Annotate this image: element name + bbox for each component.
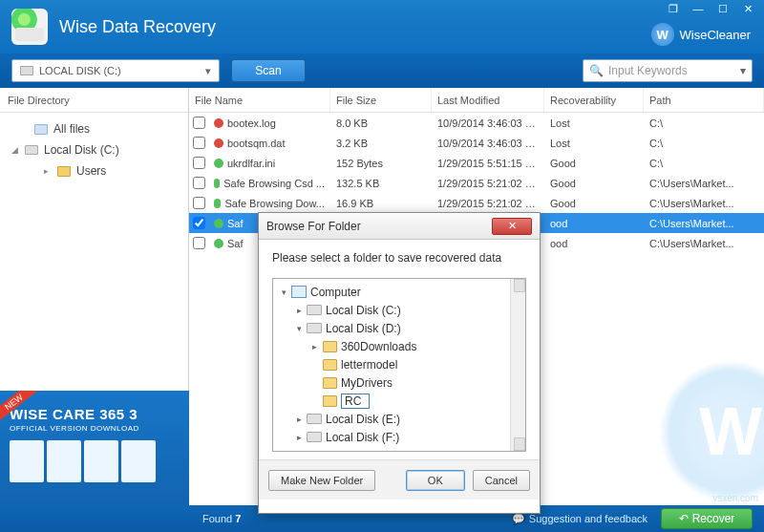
file-path-cell: C:\Users\Market...: [644, 238, 764, 249]
undo-icon: ↶: [679, 512, 689, 525]
expand-icon[interactable]: ▾: [279, 287, 289, 297]
row-checkbox[interactable]: [189, 137, 208, 149]
brand-badge-icon: W: [651, 23, 674, 46]
col-modified[interactable]: Last Modified: [432, 88, 544, 112]
window-close-button[interactable]: ✕: [737, 2, 758, 17]
chevron-down-icon: ▾: [205, 65, 211, 77]
collapse-icon[interactable]: ◢: [11, 145, 21, 155]
row-checkbox[interactable]: [189, 237, 208, 249]
window-popout-button[interactable]: ❐: [663, 2, 684, 17]
row-checkbox[interactable]: [189, 177, 208, 189]
file-name-cell: Safe Browsing Dow...: [208, 198, 330, 209]
dialog-titlebar[interactable]: Browse For Folder ✕: [259, 213, 540, 240]
dialog-close-button[interactable]: ✕: [492, 218, 532, 235]
folder-icon: [322, 340, 337, 353]
file-recoverability-cell: Good: [544, 178, 644, 189]
folder-tree-item[interactable]: ▾Computer: [273, 283, 525, 301]
folder-tree-label: Local Disk (F:): [326, 431, 399, 444]
promo-banner[interactable]: NEW WISE CARE 365 3 OFFICIAL VERSION DOW…: [0, 391, 189, 505]
tree-all-files[interactable]: All files: [0, 118, 188, 139]
file-modified-cell: 10/9/2014 3:46:03 PM: [432, 138, 544, 149]
file-path-cell: C:\: [644, 117, 764, 129]
file-size-cell: 3.2 KB: [330, 138, 432, 149]
expand-icon[interactable]: ▸: [294, 306, 305, 315]
expand-icon[interactable]: ▾: [294, 324, 305, 333]
scan-button[interactable]: Scan: [231, 59, 306, 82]
folder-tree-label: lettermodel: [341, 358, 397, 372]
window-maximize-button[interactable]: ☐: [712, 2, 733, 17]
col-recoverability[interactable]: Recoverability: [544, 88, 644, 112]
table-row[interactable]: Safe Browsing Dow...16.9 KB1/29/2015 5:2…: [189, 193, 764, 213]
recover-button[interactable]: ↶ Recover: [661, 508, 753, 529]
tree-label: Local Disk (C:): [44, 143, 119, 157]
search-icon: 🔍: [589, 64, 604, 77]
tree-users[interactable]: ▸ Users: [0, 160, 188, 181]
file-recoverability-cell: Lost: [544, 138, 644, 149]
folder-tree-item[interactable]: RC: [273, 392, 525, 410]
tree-local-disk[interactable]: ◢ Local Disk (C:): [0, 139, 188, 160]
promo-title: WISE CARE 365 3: [10, 406, 180, 422]
folder-tree-item[interactable]: ▸Local Disk (E:): [273, 410, 525, 428]
window-minimize-button[interactable]: —: [688, 2, 709, 17]
folder-name-input[interactable]: RC: [341, 394, 370, 409]
expand-icon[interactable]: ▸: [294, 415, 305, 424]
cancel-button[interactable]: Cancel: [473, 470, 530, 491]
scrollbar[interactable]: [510, 279, 525, 451]
disk-icon: [307, 304, 322, 317]
status-dot-icon: [214, 239, 223, 248]
folder-tree-item[interactable]: ▸360Downloads: [273, 337, 525, 355]
file-path-cell: C:\: [644, 158, 764, 169]
expand-icon[interactable]: ▸: [294, 433, 305, 442]
folder-tree-item[interactable]: ▸Local Disk (F:): [273, 428, 525, 446]
folder-tree-item[interactable]: ▾Local Disk (D:): [273, 319, 525, 337]
folder-tree-label: Local Disk (C:): [326, 304, 401, 317]
file-recoverability-cell: Lost: [544, 117, 644, 129]
table-row[interactable]: bootex.log8.0 KB10/9/2014 3:46:03 PMLost…: [189, 113, 764, 133]
expand-icon[interactable]: ▸: [44, 166, 53, 176]
table-row[interactable]: ukrdlfar.ini152 Bytes1/29/2015 5:51:15 P…: [189, 153, 764, 173]
table-row[interactable]: bootsqm.dat3.2 KB10/9/2014 3:46:03 PMLos…: [189, 133, 764, 153]
row-checkbox[interactable]: [189, 117, 208, 129]
row-checkbox[interactable]: [189, 217, 208, 229]
make-folder-button[interactable]: Make New Folder: [268, 470, 375, 491]
file-modified-cell: 10/9/2014 3:46:03 PM: [432, 117, 544, 129]
file-size-cell: 8.0 KB: [330, 117, 432, 129]
folder-tree-item[interactable]: ▸Local Disk (C:): [273, 301, 525, 319]
file-path-cell: C:\: [644, 138, 764, 149]
file-name-cell: bootsqm.dat: [208, 138, 330, 149]
folder-tree-label: MyDrivers: [341, 376, 393, 390]
table-row[interactable]: Safe Browsing Csd ...132.5 KB1/29/2015 5…: [189, 173, 764, 193]
status-dot-icon: [214, 219, 223, 228]
folder-tree-label: 360Downloads: [341, 340, 416, 353]
file-name-cell: bootex.log: [208, 117, 330, 129]
row-checkbox[interactable]: [189, 157, 208, 169]
expand-icon[interactable]: ▸: [309, 342, 320, 351]
brand-link[interactable]: W WiseCleaner: [651, 23, 751, 46]
col-name[interactable]: File Name: [189, 88, 330, 112]
file-path-cell: C:\Users\Market...: [644, 218, 764, 229]
found-count: 7: [235, 513, 241, 524]
drive-select-label: LOCAL DISK (C:): [39, 65, 121, 76]
row-checkbox[interactable]: [189, 197, 208, 209]
folder-tree-item[interactable]: MyDrivers: [273, 373, 525, 392]
drive-select[interactable]: LOCAL DISK (C:) ▾: [11, 59, 220, 82]
file-size-cell: 16.9 KB: [330, 198, 432, 209]
folder-icon: [57, 166, 71, 177]
col-size[interactable]: File Size: [330, 88, 432, 112]
status-dot-icon: [214, 159, 223, 168]
file-modified-cell: 1/29/2015 5:21:02 PM: [432, 198, 544, 209]
window-controls: ❐ — ☐ ✕: [663, 2, 758, 17]
file-path-cell: C:\Users\Market...: [644, 198, 764, 209]
folder-tree[interactable]: ▾Computer▸Local Disk (C:)▾Local Disk (D:…: [272, 278, 526, 452]
brand-label: WiseCleaner: [680, 28, 751, 42]
search-input[interactable]: 🔍 Input Keywords ▾: [583, 59, 753, 82]
folder-icon: [322, 376, 337, 390]
feedback-link[interactable]: 💬 Suggestion and feedback: [512, 513, 647, 525]
folder-tree-item[interactable]: lettermodel: [273, 355, 525, 373]
file-size-cell: 132.5 KB: [330, 178, 432, 189]
file-modified-cell: 1/29/2015 5:51:15 PM: [432, 158, 544, 169]
watermark-site: vsxen.com: [712, 493, 758, 503]
ok-button[interactable]: OK: [406, 470, 465, 491]
col-path[interactable]: Path: [644, 88, 764, 112]
file-path-cell: C:\Users\Market...: [644, 178, 764, 189]
